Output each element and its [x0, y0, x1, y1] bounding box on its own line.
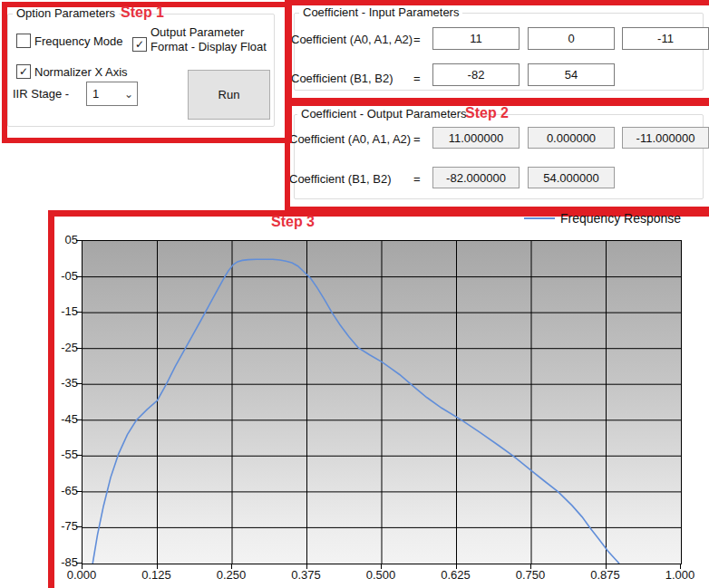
- y-tick-label: -25: [49, 341, 78, 354]
- output-a2-value: -11.000000: [622, 127, 709, 149]
- input-row-b-label: Coefficient (B1, B2): [291, 72, 393, 85]
- x-tick-label: 0.250: [209, 568, 254, 582]
- input-row-a-equals: =: [413, 33, 421, 46]
- y-tick-label: -45: [49, 412, 78, 426]
- y-tick-mark: [76, 276, 82, 277]
- y-tick-label: -75: [49, 519, 78, 533]
- chart-legend: Frequency Response: [524, 211, 681, 226]
- y-tick-label: -85: [49, 555, 78, 569]
- input-a0-field[interactable]: [432, 27, 520, 50]
- option-parameters-title: Option Parameters: [13, 6, 119, 20]
- output-row-b-label: Coefficient (B1, B2): [289, 172, 391, 186]
- y-tick-label: 05: [49, 233, 78, 246]
- y-tick-mark: [76, 419, 82, 420]
- frequency-response-curve-svg: [83, 241, 681, 564]
- y-tick-label: -65: [49, 484, 78, 497]
- y-tick-label: -55: [49, 448, 78, 461]
- input-row-b-equals: =: [413, 72, 421, 85]
- x-tick-mark: [157, 564, 158, 569]
- output-row-a-equals: =: [413, 132, 421, 146]
- output-b2-value: 54.000000: [528, 167, 615, 188]
- legend-series-label: Frequency Response: [560, 211, 681, 226]
- step3-annotation: Step 3: [271, 214, 315, 230]
- legend-line-swatch: [524, 217, 555, 219]
- frequency-response-line: [92, 259, 619, 564]
- output-parameter-format-checkbox[interactable]: ✓: [132, 37, 147, 52]
- y-tick-mark: [76, 383, 82, 384]
- run-button[interactable]: Run: [188, 70, 270, 120]
- y-tick-mark: [76, 563, 82, 564]
- output-b1-value: -82.000000: [432, 167, 520, 188]
- x-tick-mark: [82, 564, 83, 569]
- input-row-a-label: Coefficient (A0, A1, A2): [291, 33, 413, 46]
- y-tick-mark: [76, 240, 82, 241]
- output-parameters-title: Coefficient - Output Parameters: [297, 107, 471, 120]
- output-a1-value: 0.000000: [528, 127, 615, 149]
- output-row-a-label: Coefficient (A0, A1, A2): [289, 132, 411, 146]
- y-tick-label: -05: [49, 269, 78, 283]
- x-tick-label: 0.625: [433, 568, 479, 582]
- x-tick-label: 0.875: [583, 568, 628, 582]
- x-tick-label: 0.500: [358, 568, 403, 582]
- x-tick-mark: [530, 564, 531, 569]
- input-parameters-title: Coefficient - Input Parameters: [299, 5, 462, 19]
- output-parameter-format-label: Output Parameter Format - Display Float: [151, 25, 274, 54]
- y-tick-mark: [76, 491, 82, 492]
- input-a1-field[interactable]: [528, 27, 615, 50]
- frequency-response-plot: [82, 240, 682, 564]
- iir-stage-label: IIR Stage -: [13, 87, 69, 101]
- x-tick-mark: [231, 564, 232, 569]
- normalizer-x-axis-label: Normalizer X Axis: [34, 65, 128, 79]
- y-tick-mark: [76, 348, 82, 349]
- x-tick-label: 1.000: [657, 568, 703, 582]
- step2-annotation: Step 2: [465, 105, 509, 121]
- normalizer-x-axis-checkbox[interactable]: ✓: [16, 64, 31, 79]
- input-b1-field[interactable]: [432, 63, 520, 86]
- output-a0-value: 11.000000: [432, 127, 520, 149]
- x-tick-mark: [306, 564, 307, 569]
- x-tick-mark: [606, 564, 607, 569]
- frequency-mode-label: Frequency Mode: [34, 34, 123, 48]
- step1-annotation: Step 1: [121, 5, 164, 21]
- chevron-down-icon: ⌄: [124, 88, 137, 101]
- y-tick-mark: [76, 526, 82, 527]
- x-tick-mark: [456, 564, 457, 569]
- output-row-b-equals: =: [413, 172, 421, 186]
- input-b2-field[interactable]: [528, 63, 615, 86]
- x-tick-mark: [381, 564, 382, 569]
- iir-stage-value: 1: [87, 87, 124, 101]
- y-tick-label: -35: [49, 376, 78, 390]
- x-tick-label: 0.125: [134, 568, 180, 582]
- iir-stage-dropdown[interactable]: 1 ⌄: [86, 82, 138, 106]
- y-tick-mark: [76, 312, 82, 313]
- y-tick-mark: [76, 455, 82, 456]
- x-tick-mark: [680, 564, 681, 569]
- frequency-mode-checkbox[interactable]: [16, 34, 31, 48]
- x-tick-label: 0.000: [59, 568, 104, 582]
- app-window: Option Parameters Step 1 Frequency Mode …: [0, 0, 709, 588]
- input-a2-field[interactable]: [622, 27, 709, 50]
- x-tick-label: 0.375: [284, 568, 329, 582]
- x-tick-label: 0.750: [508, 568, 553, 582]
- y-tick-label: -15: [49, 304, 78, 318]
